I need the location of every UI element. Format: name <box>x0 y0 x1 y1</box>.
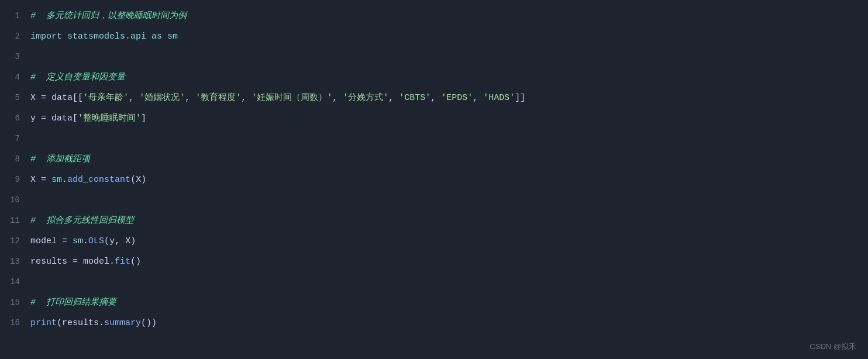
code-line: 3 <box>0 47 868 67</box>
watermark: CSDN @拟禾 <box>810 341 856 352</box>
comment-token: # 拟合多元线性回归模型 <box>30 216 134 226</box>
bracket-token: ) <box>141 175 146 185</box>
plain-token <box>78 257 83 267</box>
bracket-token: ( <box>57 318 62 328</box>
comment-token: # 定义自变量和因变量 <box>30 73 125 82</box>
keyword-token: as <box>151 32 162 42</box>
var-token: results <box>30 257 67 267</box>
var-token: data <box>51 93 73 103</box>
module-token: sm <box>51 175 62 185</box>
plain-token: , <box>473 93 483 103</box>
var-token: y <box>109 236 115 246</box>
var-token: X <box>136 175 141 185</box>
operator-token: = <box>62 236 67 246</box>
line-content: # 打印回归结果摘要 <box>30 293 868 313</box>
code-line: 16print(results.summary()) <box>0 313 868 333</box>
plain-token: , <box>115 236 125 246</box>
line-number: 15 <box>0 292 30 312</box>
plain-token: . <box>109 257 115 267</box>
code-editor: 1# 多元统计回归，以整晚睡眠时间为例2import statsmodels.a… <box>0 0 868 351</box>
operator-token: = <box>41 113 46 123</box>
line-number: 10 <box>0 190 30 210</box>
func-token: summary <box>104 318 141 328</box>
plain-token: . <box>83 236 88 246</box>
plain-token <box>36 93 41 103</box>
plain-token <box>36 113 41 123</box>
line-number: 9 <box>0 170 30 189</box>
var-token: results <box>62 318 99 328</box>
plain-token <box>67 236 73 246</box>
code-line: 13results = model.fit() <box>0 251 868 272</box>
var-token: X <box>125 236 130 246</box>
line-number: 3 <box>0 47 30 67</box>
plain-token: , <box>241 93 252 103</box>
func-token: print <box>30 318 57 328</box>
line-number: 2 <box>0 26 30 46</box>
string-token: '婚姻状况' <box>139 93 185 103</box>
plain-token <box>36 175 41 185</box>
bracket-token: ) <box>130 236 136 246</box>
line-number: 7 <box>0 129 30 149</box>
plain-token <box>62 32 67 42</box>
code-line: 4# 定义自变量和因变量 <box>0 67 868 88</box>
bracket-token: [ <box>73 113 78 123</box>
line-number: 13 <box>0 251 30 271</box>
string-token: 'CBTS' <box>399 93 430 103</box>
keyword-token: import <box>30 32 62 42</box>
string-token: '妊娠时间（周数）' <box>252 93 332 103</box>
plain-token <box>46 113 51 123</box>
comment-token: # 多元统计回归，以整晚睡眠时间为例 <box>30 11 187 21</box>
line-number: 6 <box>0 108 30 128</box>
line-content <box>30 272 868 292</box>
var-token: X <box>30 93 36 103</box>
module-token: sm <box>167 32 178 42</box>
var-token: X <box>30 175 36 185</box>
string-token: '整晚睡眠时间' <box>78 113 141 123</box>
var-token: y <box>30 113 36 123</box>
plain-token <box>57 236 62 246</box>
line-content: y = data['整晚睡眠时间'] <box>30 109 868 129</box>
operator-token: = <box>73 257 78 267</box>
bracket-token: ] <box>141 113 146 123</box>
bracket-token: () <box>130 257 141 267</box>
plain-token <box>46 93 51 103</box>
bracket-token: ( <box>130 175 136 185</box>
plain-token <box>46 175 51 185</box>
plain-token: . <box>99 318 104 328</box>
line-number: 16 <box>0 313 30 333</box>
line-content: # 多元统计回归，以整晚睡眠时间为例 <box>30 6 868 26</box>
code-line: 2import statsmodels.api as sm <box>0 26 868 47</box>
code-line: 9X = sm.add_constant(X) <box>0 170 868 190</box>
line-content: # 定义自变量和因变量 <box>30 68 868 88</box>
plain-token: , <box>185 93 195 103</box>
string-token: 'HADS' <box>483 93 515 103</box>
code-line: 15# 打印回归结果摘要 <box>0 292 868 313</box>
code-line: 6y = data['整晚睡眠时间'] <box>0 108 868 129</box>
bracket-token: ]] <box>515 93 525 103</box>
plain-token <box>146 32 151 42</box>
string-token: '母亲年龄' <box>83 93 129 103</box>
plain-token: , <box>430 93 441 103</box>
code-line: 1# 多元统计回归，以整晚睡眠时间为例 <box>0 6 868 26</box>
line-content: print(results.summary()) <box>30 313 868 333</box>
bracket-token: [[ <box>73 93 83 103</box>
operator-token: = <box>41 93 46 103</box>
line-number: 5 <box>0 88 30 108</box>
line-number: 1 <box>0 6 30 26</box>
line-content: X = sm.add_constant(X) <box>30 170 868 190</box>
func-token: OLS <box>88 236 104 246</box>
line-number: 4 <box>0 67 30 87</box>
line-content: model = sm.OLS(y, X) <box>30 232 868 251</box>
code-line: 5X = data[['母亲年龄', '婚姻状况', '教育程度', '妊娠时间… <box>0 88 868 108</box>
code-line: 7 <box>0 129 868 149</box>
code-line: 11# 拟合多元线性回归模型 <box>0 210 868 231</box>
plain-token <box>67 257 73 267</box>
line-content: # 添加截距项 <box>30 150 868 170</box>
line-number: 11 <box>0 210 30 230</box>
line-content <box>30 129 868 149</box>
comment-token: # 打印回归结果摘要 <box>30 298 116 308</box>
var-token: model <box>30 236 57 246</box>
func-token: fit <box>115 257 130 267</box>
line-number: 12 <box>0 231 30 251</box>
plain-token <box>162 32 167 42</box>
